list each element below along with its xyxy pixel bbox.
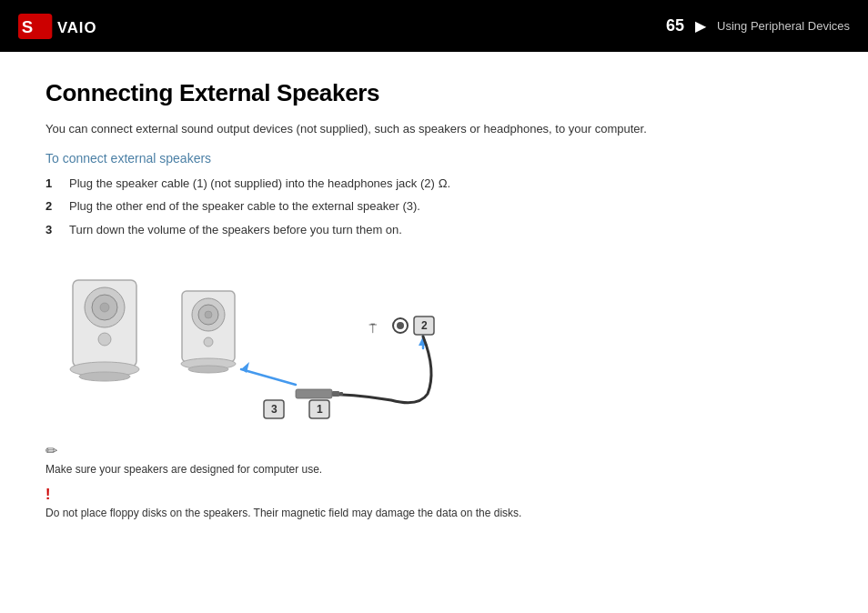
section-title: Using Peripheral Devices xyxy=(717,19,850,33)
vaio-logo: S VAIO xyxy=(18,14,112,39)
step-3-num: 3 xyxy=(45,221,60,239)
svg-rect-28 xyxy=(339,392,343,396)
svg-point-21 xyxy=(397,322,404,329)
svg-point-7 xyxy=(98,333,111,346)
warning-section: ! Do not place floppy disks on the speak… xyxy=(45,487,823,521)
steps-list: 1 Plug the speaker cable (1) (not suppli… xyxy=(45,175,823,239)
step-1-text: Plug the speaker cable (1) (not supplied… xyxy=(69,175,450,193)
main-content: Connecting External Speakers You can con… xyxy=(0,52,868,539)
page-number: 65 xyxy=(666,16,684,35)
page-header: S VAIO 65 ▶ Using Peripheral Devices xyxy=(0,0,868,52)
svg-text:S: S xyxy=(22,16,33,35)
warning-text: Do not place floppy disks on the speaker… xyxy=(45,505,823,521)
svg-text:2: 2 xyxy=(421,319,428,332)
svg-point-6 xyxy=(100,303,109,312)
step-2-num: 2 xyxy=(45,197,60,216)
header-arrow: ▶ xyxy=(695,17,706,35)
svg-point-14 xyxy=(204,337,213,347)
svg-point-13 xyxy=(205,311,212,318)
vaio-logo-svg: S VAIO xyxy=(18,14,112,39)
step-1-num: 1 xyxy=(45,175,60,193)
svg-text:3: 3 xyxy=(271,403,278,416)
page-title: Connecting External Speakers xyxy=(45,79,823,107)
svg-text:1: 1 xyxy=(317,403,323,416)
intro-text: You can connect external sound output de… xyxy=(45,120,823,138)
warning-icon: ! xyxy=(45,487,823,503)
step-1: 1 Plug the speaker cable (1) (not suppli… xyxy=(45,175,823,193)
step-2-text: Plug the other end of the speaker cable … xyxy=(69,197,420,216)
svg-text:VAIO: VAIO xyxy=(57,18,97,35)
header-right: 65 ▶ Using Peripheral Devices xyxy=(666,16,850,35)
svg-point-9 xyxy=(79,372,130,381)
diagram-svg: ⍑ 2 1 3 xyxy=(45,253,500,426)
svg-text:⍑: ⍑ xyxy=(368,320,378,336)
step-3-text: Turn down the volume of the speakers bef… xyxy=(69,221,402,239)
step-3: 3 Turn down the volume of the speakers b… xyxy=(45,221,823,239)
svg-rect-27 xyxy=(332,391,339,397)
step-2: 2 Plug the other end of the speaker cabl… xyxy=(45,197,823,216)
subsection-heading: To connect external speakers xyxy=(45,151,823,166)
note-icon: ✏ xyxy=(45,442,823,459)
note-section: ✏ Make sure your speakers are designed f… xyxy=(45,442,823,477)
svg-point-16 xyxy=(188,366,228,373)
svg-rect-26 xyxy=(296,389,332,398)
diagram: ⍑ 2 1 3 xyxy=(45,253,500,426)
svg-line-17 xyxy=(241,369,296,385)
note-text: Make sure your speakers are designed for… xyxy=(45,461,823,477)
